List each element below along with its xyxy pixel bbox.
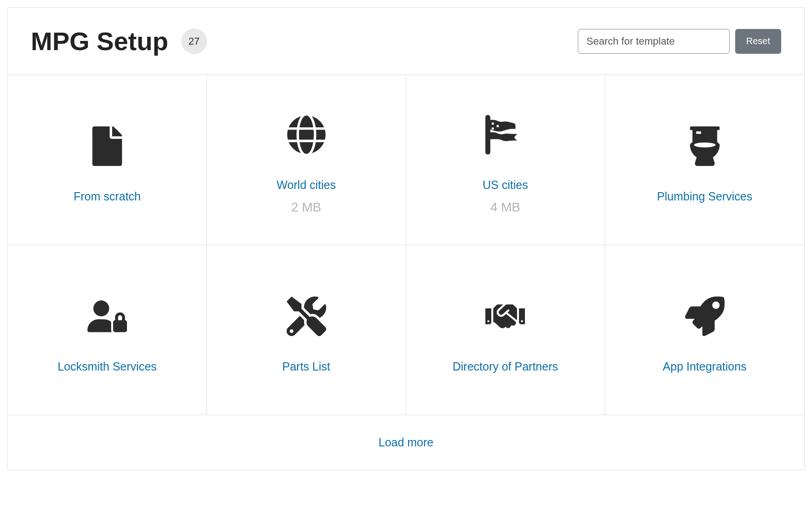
template-card-world-cities[interactable]: World cities 2 MB — [207, 75, 406, 245]
search-input[interactable] — [578, 29, 730, 54]
setup-container: MPG Setup 27 Reset From scratch World ci… — [7, 7, 805, 470]
template-card-partners[interactable]: Directory of Partners — [406, 245, 605, 415]
globe-icon — [287, 105, 326, 165]
template-card-app-integrations[interactable]: App Integrations — [605, 245, 804, 415]
template-card-title: US cities — [483, 178, 528, 192]
load-more-button[interactable]: Load more — [379, 436, 434, 449]
user-lock-icon — [87, 286, 127, 346]
template-card-from-scratch[interactable]: From scratch — [8, 75, 207, 245]
toilet-icon — [685, 116, 725, 176]
handshake-icon — [485, 286, 525, 346]
template-card-title: Parts List — [282, 360, 330, 373]
template-card-title: Plumbing Services — [657, 190, 752, 203]
template-grid: From scratch World cities 2 MB US cities… — [8, 75, 804, 415]
template-card-us-cities[interactable]: US cities 4 MB — [406, 75, 605, 245]
template-card-title: Directory of Partners — [453, 360, 558, 373]
file-icon — [87, 116, 127, 176]
template-card-title: World cities — [276, 178, 336, 192]
template-card-title: Locksmith Services — [58, 360, 156, 373]
template-card-locksmith[interactable]: Locksmith Services — [8, 245, 207, 415]
header-right: Reset — [578, 29, 781, 54]
header: MPG Setup 27 Reset — [8, 8, 804, 75]
count-badge: 27 — [181, 29, 207, 54]
reset-button[interactable]: Reset — [735, 29, 781, 54]
template-card-title: From scratch — [74, 190, 141, 203]
template-card-size: 4 MB — [490, 200, 520, 215]
template-card-parts-list[interactable]: Parts List — [207, 245, 406, 415]
page-title: MPG Setup — [31, 26, 168, 56]
tools-icon — [287, 286, 326, 346]
template-card-title: App Integrations — [663, 360, 747, 373]
template-card-size: 2 MB — [291, 200, 321, 215]
footer: Load more — [8, 415, 804, 470]
header-left: MPG Setup 27 — [31, 26, 207, 56]
flag-usa-icon — [485, 105, 525, 165]
template-card-plumbing[interactable]: Plumbing Services — [605, 75, 804, 245]
rocket-icon — [685, 286, 725, 346]
